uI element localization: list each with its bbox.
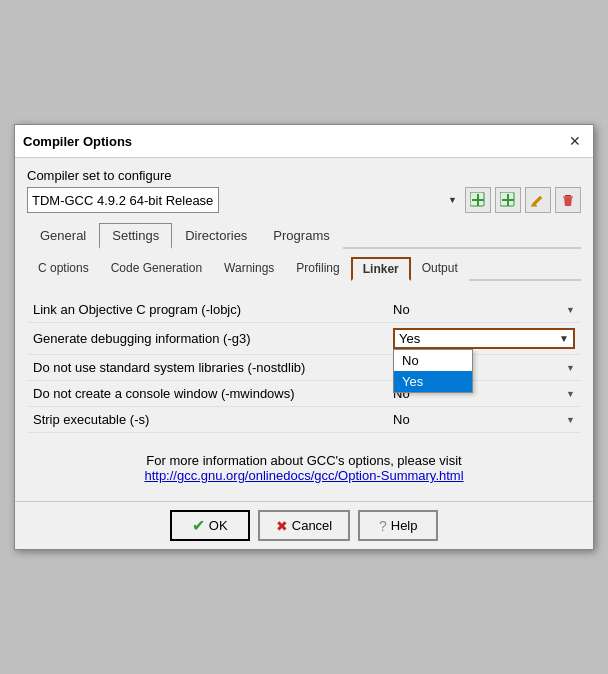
help-icon: ? xyxy=(379,518,387,534)
help-button[interactable]: ? Help xyxy=(358,510,438,541)
tab-programs[interactable]: Programs xyxy=(260,223,342,249)
sub-tab-warnings[interactable]: Warnings xyxy=(213,257,285,281)
sub-tab-bar: C options Code Generation Warnings Profi… xyxy=(27,257,581,281)
option-value-cell: No ▼ xyxy=(387,297,581,323)
dropdown-arrow-icon[interactable]: ▼ xyxy=(566,415,575,425)
table-row: Generate debugging information (-g3) Yes… xyxy=(27,323,581,355)
rename-compiler-btn[interactable] xyxy=(525,187,551,213)
delete-compiler-btn[interactable] xyxy=(555,187,581,213)
sub-tab-linker[interactable]: Linker xyxy=(351,257,411,281)
option-label: Link an Objective C program (-lobjc) xyxy=(27,297,387,323)
svg-rect-1 xyxy=(477,194,479,206)
main-tab-bar: General Settings Directories Programs xyxy=(27,223,581,249)
close-button[interactable]: ✕ xyxy=(565,131,585,151)
option-label: Do not create a console window (-mwindow… xyxy=(27,381,387,407)
sub-tab-output[interactable]: Output xyxy=(411,257,469,281)
option-label: Generate debugging information (-g3) xyxy=(27,323,387,355)
value-display: No ▼ xyxy=(393,412,575,427)
svg-rect-4 xyxy=(507,194,509,206)
table-row: Do not use standard system libraries (-n… xyxy=(27,355,581,381)
dropdown-arrow-icon[interactable]: ▼ xyxy=(566,389,575,399)
gcc-docs-link[interactable]: http://gcc.gnu.org/onlinedocs/gcc/Option… xyxy=(144,468,463,483)
option-value-cell: Yes ▼ No Yes xyxy=(387,323,581,355)
dropdown-option-no[interactable]: No xyxy=(394,350,472,371)
selected-value: Yes xyxy=(399,331,420,346)
table-row: Link an Objective C program (-lobjc) No … xyxy=(27,297,581,323)
add-compiler-btn-2[interactable] xyxy=(495,187,521,213)
compiler-set-section: Compiler set to configure TDM-GCC 4.9.2 … xyxy=(27,168,581,213)
compiler-set-label: Compiler set to configure xyxy=(27,168,581,183)
cancel-icon: ✖ xyxy=(276,518,288,534)
ok-icon: ✔ xyxy=(192,516,205,535)
dialog-body: Compiler set to configure TDM-GCC 4.9.2 … xyxy=(15,158,593,501)
help-label: Help xyxy=(391,518,418,533)
title-bar: Compiler Options ✕ xyxy=(15,125,593,158)
dropdown-popup: No Yes xyxy=(393,349,473,393)
dialog-title: Compiler Options xyxy=(23,134,132,149)
tab-settings[interactable]: Settings xyxy=(99,223,172,249)
option-label: Do not use standard system libraries (-n… xyxy=(27,355,387,381)
option-value-cell: No ▼ xyxy=(387,407,581,433)
table-row: Strip executable (-s) No ▼ xyxy=(27,407,581,433)
compiler-set-dropdown[interactable]: TDM-GCC 4.9.2 64-bit Release xyxy=(27,187,219,213)
sub-tab-c-options[interactable]: C options xyxy=(27,257,100,281)
add-compiler-btn-1[interactable] xyxy=(465,187,491,213)
bottom-info: For more information about GCC's options… xyxy=(27,441,581,491)
dropdown-option-yes[interactable]: Yes xyxy=(394,371,472,392)
value-text: No xyxy=(393,412,410,427)
bottom-info-text: For more information about GCC's options… xyxy=(27,453,581,468)
compiler-options-dialog: Compiler Options ✕ Compiler set to confi… xyxy=(14,124,594,550)
value-text: No xyxy=(393,302,410,317)
table-row: Do not create a console window (-mwindow… xyxy=(27,381,581,407)
svg-rect-8 xyxy=(563,197,573,198)
dropdown-arrow-icon[interactable]: ▼ xyxy=(566,305,575,315)
svg-rect-7 xyxy=(565,195,571,197)
compiler-set-row: TDM-GCC 4.9.2 64-bit Release xyxy=(27,187,581,213)
sub-tab-code-generation[interactable]: Code Generation xyxy=(100,257,213,281)
svg-rect-6 xyxy=(531,205,537,207)
inline-select-g3[interactable]: Yes ▼ xyxy=(393,328,575,349)
select-arrow-icon: ▼ xyxy=(559,333,569,344)
ok-button[interactable]: ✔ OK xyxy=(170,510,250,541)
option-label: Strip executable (-s) xyxy=(27,407,387,433)
dropdown-arrow-icon[interactable]: ▼ xyxy=(566,363,575,373)
options-table: Link an Objective C program (-lobjc) No … xyxy=(27,297,581,433)
tab-general[interactable]: General xyxy=(27,223,99,249)
ok-label: OK xyxy=(209,518,228,533)
sub-tab-profiling[interactable]: Profiling xyxy=(285,257,350,281)
cancel-button[interactable]: ✖ Cancel xyxy=(258,510,350,541)
cancel-label: Cancel xyxy=(292,518,332,533)
value-display: No ▼ xyxy=(393,302,575,317)
footer-buttons: ✔ OK ✖ Cancel ? Help xyxy=(15,501,593,549)
tab-directories[interactable]: Directories xyxy=(172,223,260,249)
compiler-dropdown-wrap: TDM-GCC 4.9.2 64-bit Release xyxy=(27,187,461,213)
